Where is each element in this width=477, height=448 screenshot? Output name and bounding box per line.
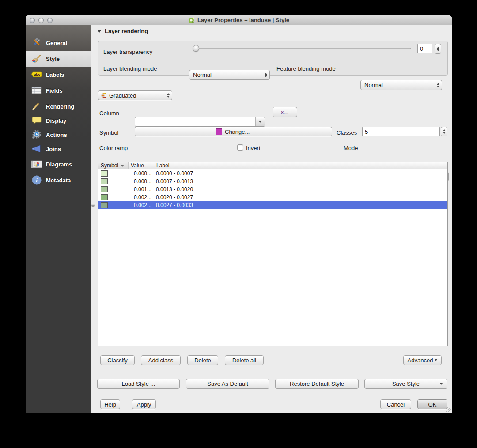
properties-sidebar: General Style abc Labels bbox=[26, 25, 91, 413]
minimize-window-button[interactable] bbox=[38, 18, 44, 23]
slider-knob[interactable] bbox=[193, 45, 199, 52]
classes-field[interactable]: 5 bbox=[362, 127, 440, 136]
cancel-button[interactable]: Cancel bbox=[380, 399, 411, 409]
layer-blend-dropdown[interactable]: Normal bbox=[189, 70, 270, 80]
class-color-swatch[interactable] bbox=[101, 170, 108, 177]
add-class-button[interactable]: Add class bbox=[141, 355, 181, 365]
class-row[interactable]: 0.002... 0.0020 - 0.0027 bbox=[98, 193, 447, 201]
classes-stepper[interactable] bbox=[441, 127, 447, 136]
layer-properties-window: Layer Properties – landuse | Style Gener… bbox=[26, 15, 452, 413]
class-row[interactable]: 0.000... 0.0000 - 0.0007 bbox=[98, 169, 447, 177]
class-label: 0.0000 - 0.0007 bbox=[154, 170, 447, 177]
sidebar-item-labels[interactable]: abc Labels bbox=[26, 67, 91, 83]
feature-blend-dropdown[interactable]: Normal bbox=[360, 80, 442, 90]
ok-button[interactable]: OK bbox=[417, 399, 447, 409]
popup-arrows-icon bbox=[167, 93, 170, 98]
sidebar-item-diagrams[interactable]: Diagrams bbox=[26, 156, 91, 172]
class-color-swatch[interactable] bbox=[101, 178, 108, 184]
sidebar-item-label: Actions bbox=[46, 132, 67, 138]
save-as-default-button[interactable]: Save As Default bbox=[186, 379, 269, 389]
resize-grip[interactable] bbox=[446, 407, 451, 412]
splitter-handle[interactable] bbox=[91, 204, 95, 207]
sidebar-item-label: Display bbox=[46, 117, 66, 124]
layer-rendering-header[interactable]: Layer rendering bbox=[97, 28, 148, 34]
class-label: 0.0020 - 0.0027 bbox=[154, 194, 447, 200]
svg-text:abc: abc bbox=[34, 72, 41, 77]
help-button[interactable]: Help bbox=[100, 399, 120, 409]
disclosure-triangle-icon bbox=[97, 30, 102, 33]
menu-arrow-icon bbox=[440, 383, 443, 385]
class-label: 0.0027 - 0.0033 bbox=[154, 202, 447, 208]
feature-blend-value: Normal bbox=[364, 82, 383, 88]
expression-button[interactable]: ε... bbox=[273, 107, 297, 117]
window-controls bbox=[30, 18, 53, 23]
classify-button[interactable]: Classify bbox=[100, 355, 135, 365]
class-row[interactable]: 0.001... 0.0013 - 0.0020 bbox=[98, 185, 447, 193]
gear-play-icon bbox=[31, 129, 42, 140]
delete-all-button[interactable]: Delete all bbox=[225, 355, 264, 365]
classes-label: Classes bbox=[337, 129, 357, 136]
sort-descending-icon bbox=[121, 165, 124, 167]
slider-track[interactable] bbox=[193, 48, 411, 49]
transparency-value-field[interactable]: 0 bbox=[417, 44, 432, 53]
class-value: 0.002... bbox=[129, 202, 154, 208]
symbol-label: Symbol bbox=[99, 129, 118, 136]
join-arrow-icon bbox=[31, 143, 42, 154]
column-header-value[interactable]: Value bbox=[129, 162, 154, 169]
class-color-swatch[interactable] bbox=[101, 202, 108, 208]
menu-arrow-icon bbox=[435, 359, 437, 361]
zoom-window-button[interactable] bbox=[47, 18, 53, 23]
sidebar-item-fields[interactable]: Fields bbox=[26, 83, 91, 98]
sidebar-item-metadata[interactable]: i Metadata bbox=[26, 172, 91, 188]
symbol-change-button[interactable]: Change... bbox=[135, 127, 332, 136]
transparency-label: Layer transparency bbox=[103, 49, 152, 55]
sidebar-item-general[interactable]: General bbox=[26, 35, 91, 51]
sidebar-item-actions[interactable]: Actions bbox=[26, 127, 91, 143]
speech-bubble-icon bbox=[31, 115, 42, 126]
advanced-button[interactable]: Advanced bbox=[403, 355, 442, 365]
title-bar: Layer Properties – landuse | Style bbox=[26, 15, 452, 25]
renderer-value: Graduated bbox=[109, 92, 136, 99]
save-style-button[interactable]: Save Style bbox=[364, 379, 447, 389]
invert-label: Invert bbox=[246, 145, 261, 151]
classes-table: Symbol Value Label 0.000... 0.0000 - 0.0… bbox=[98, 162, 448, 346]
restore-default-style-button[interactable]: Restore Default Style bbox=[275, 379, 359, 389]
column-label: Column bbox=[99, 110, 119, 117]
transparency-stepper[interactable] bbox=[435, 44, 441, 54]
class-color-swatch[interactable] bbox=[101, 194, 108, 200]
symbol-change-label: Change... bbox=[225, 128, 250, 135]
stepper-down-icon bbox=[437, 49, 439, 51]
sidebar-item-label: Rendering bbox=[46, 103, 74, 110]
column-header-symbol[interactable]: Symbol bbox=[98, 162, 129, 169]
column-combobox[interactable] bbox=[135, 117, 265, 127]
paintbrush-icon bbox=[31, 53, 42, 64]
class-color-swatch[interactable] bbox=[101, 186, 108, 192]
sidebar-item-style[interactable]: Style bbox=[26, 51, 91, 67]
class-label: 0.0013 - 0.0020 bbox=[154, 186, 447, 192]
stepper-up-icon bbox=[443, 129, 446, 131]
class-value: 0.001... bbox=[129, 186, 154, 192]
sidebar-item-display[interactable]: Display bbox=[26, 113, 91, 128]
sidebar-item-label: Style bbox=[46, 56, 60, 62]
graduated-icon bbox=[101, 92, 107, 98]
svg-text:i: i bbox=[36, 177, 38, 184]
combo-dropdown-button[interactable] bbox=[255, 117, 265, 126]
class-row[interactable]: 0.000... 0.0007 - 0.0013 bbox=[98, 177, 447, 185]
sidebar-item-label: Joins bbox=[46, 146, 61, 152]
class-row-selected[interactable]: 0.002... 0.0027 - 0.0033 bbox=[98, 201, 447, 209]
delete-button[interactable]: Delete bbox=[187, 355, 218, 365]
sidebar-item-rendering[interactable]: Rendering bbox=[26, 98, 91, 114]
load-style-button[interactable]: Load Style ... bbox=[97, 379, 180, 389]
color-ramp-label: Color ramp bbox=[99, 145, 128, 151]
qgis-icon bbox=[188, 17, 195, 24]
transparency-slider[interactable] bbox=[193, 45, 411, 52]
invert-checkbox[interactable] bbox=[237, 144, 243, 151]
popup-arrows-icon bbox=[437, 83, 439, 87]
sidebar-item-joins[interactable]: Joins bbox=[26, 141, 91, 157]
apply-button[interactable]: Apply bbox=[132, 399, 156, 409]
renderer-dropdown[interactable]: Graduated bbox=[98, 90, 172, 100]
class-value: 0.000... bbox=[129, 170, 154, 177]
column-header-label[interactable]: Label bbox=[154, 162, 447, 169]
class-label: 0.0007 - 0.0013 bbox=[154, 178, 447, 184]
close-window-button[interactable] bbox=[30, 18, 35, 23]
